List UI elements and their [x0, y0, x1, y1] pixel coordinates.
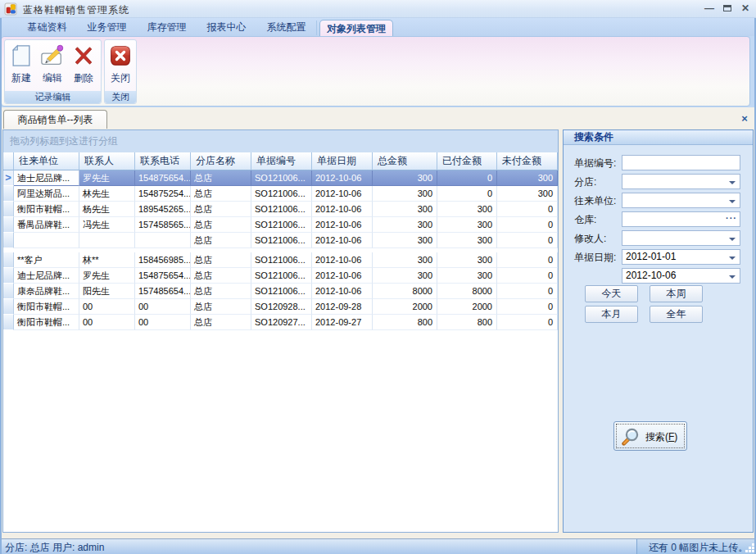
grid-cell[interactable]: 300	[497, 170, 558, 186]
grid-cell[interactable]: 阳先生	[79, 284, 135, 299]
grid-cell[interactable]: 总店	[191, 217, 251, 233]
modifier-combo[interactable]	[622, 230, 740, 246]
date-to-combo[interactable]: 2012-10-06	[622, 268, 740, 284]
grid-cell[interactable]: 林**	[79, 252, 135, 268]
grid-cell[interactable]: 300	[437, 252, 497, 268]
grid-cell[interactable]: 总店	[191, 284, 251, 299]
column-header[interactable]: 已付金额	[437, 152, 497, 170]
row-indicator[interactable]	[3, 186, 14, 202]
chevron-down-icon[interactable]	[729, 181, 736, 184]
maximize-button[interactable]	[719, 1, 736, 16]
grid-cell[interactable]: 总店	[191, 299, 251, 315]
grid-cell[interactable]: 0	[497, 315, 558, 330]
grid-cell[interactable]: 300	[437, 202, 497, 217]
row-indicator[interactable]	[3, 299, 14, 315]
column-header[interactable]: 分店名称	[191, 152, 251, 170]
grid-cell[interactable]: 总店	[191, 252, 251, 268]
grid-cell[interactable]: 157485654...	[135, 284, 191, 299]
grid-cell[interactable]: 800	[373, 315, 437, 330]
grid-cell[interactable]: 0	[437, 186, 497, 202]
row-indicator[interactable]	[3, 233, 14, 248]
ribbon-tab-object-list[interactable]: 对象列表管理	[319, 20, 393, 36]
row-indicator[interactable]	[3, 284, 14, 299]
grid-cell[interactable]: 2012-10-06	[312, 170, 373, 186]
grid-cell[interactable]: 2000	[373, 299, 437, 315]
table-row[interactable]: 衡阳市鞋帽...0000总店SO120928...2012-09-2820002…	[3, 299, 558, 315]
grid-cell[interactable]: 8000	[437, 284, 497, 299]
this-year-button[interactable]: 全年	[650, 306, 703, 323]
row-indicator[interactable]	[3, 315, 14, 330]
grid-cell[interactable]: 0	[497, 217, 558, 233]
grid-cell[interactable]: SO121006...	[251, 170, 312, 186]
grid-cell[interactable]: 康奈品牌鞋...	[14, 284, 79, 299]
grid-cell[interactable]	[14, 233, 79, 248]
grid-cell[interactable]: 00	[79, 315, 135, 330]
grid-cell[interactable]: 总店	[191, 315, 251, 330]
chevron-down-icon[interactable]	[729, 200, 736, 203]
date-from-combo[interactable]: 2012-01-01	[622, 249, 740, 265]
partner-combo[interactable]	[622, 193, 740, 208]
ribbon-tab-config[interactable]: 系统配置	[256, 18, 316, 36]
edit-button[interactable]: 编辑	[37, 41, 68, 92]
grid-cell[interactable]: 2012-09-28	[312, 299, 373, 315]
grid-cell[interactable]: 0	[497, 299, 558, 315]
grid-cell[interactable]: 罗先生	[79, 268, 135, 284]
grid-cell[interactable]: 154875254...	[135, 186, 191, 202]
table-row[interactable]: 总店SO121006...2012-10-063003000	[3, 233, 558, 248]
minimize-button[interactable]: —	[701, 1, 718, 16]
grid-cell[interactable]: 0	[497, 202, 558, 217]
document-close-icon[interactable]: ×	[738, 112, 751, 125]
grid-cell[interactable]: 冯先生	[79, 217, 135, 233]
grid-cell[interactable]	[135, 233, 191, 248]
grid-cell[interactable]: SO121006...	[251, 252, 312, 268]
grid-cell[interactable]: 8000	[373, 284, 437, 299]
grid-cell[interactable]: 300	[437, 268, 497, 284]
grid-cell[interactable]: 2012-10-06	[312, 233, 373, 248]
row-indicator[interactable]: >	[3, 170, 14, 186]
group-by-panel[interactable]: 拖动列标题到这进行分组	[3, 130, 558, 152]
bill-number-input[interactable]	[622, 155, 740, 170]
grid-cell[interactable]: 总店	[191, 186, 251, 202]
table-row[interactable]: 迪士尼品牌...罗先生154875654...总店SO121006...2012…	[3, 268, 558, 284]
grid-cell[interactable]: 衡阳市鞋帽...	[14, 299, 79, 315]
table-row[interactable]: **客户林**158456985...总店SO121006...2012-10-…	[3, 252, 558, 268]
close-button[interactable]: ✕	[737, 1, 754, 16]
row-indicator[interactable]	[3, 252, 14, 268]
grid-cell[interactable]: SO121006...	[251, 217, 312, 233]
grid-cell[interactable]: **客户	[14, 252, 79, 268]
grid-cell[interactable]: 300	[373, 268, 437, 284]
grid-cell[interactable]: SO121006...	[251, 186, 312, 202]
column-header[interactable]: 往来单位	[14, 152, 79, 170]
column-header[interactable]: 未付金额	[497, 152, 558, 170]
grid-cell[interactable]: 罗先生	[79, 170, 135, 186]
row-indicator[interactable]	[3, 202, 14, 217]
grid-cell[interactable]: 800	[437, 315, 497, 330]
grid-cell[interactable]: 2000	[437, 299, 497, 315]
grid-cell[interactable]: 2012-10-06	[312, 202, 373, 217]
select-all-cell[interactable]	[3, 152, 14, 170]
table-row[interactable]: >迪士尼品牌...罗先生154875654...总店SO121006...201…	[3, 170, 558, 186]
grid-cell[interactable]: 154875654...	[135, 268, 191, 284]
grid-cell[interactable]: 300	[373, 217, 437, 233]
grid-cell[interactable]: 189545265...	[135, 202, 191, 217]
grid-cell[interactable]: 总店	[191, 202, 251, 217]
grid-cell[interactable]: 0	[497, 252, 558, 268]
grid-cell[interactable]: 300	[373, 252, 437, 268]
grid-cell[interactable]: 总店	[191, 233, 251, 248]
grid-cell[interactable]: 154875654...	[135, 170, 191, 186]
ribbon-tab-business[interactable]: 业务管理	[77, 18, 137, 36]
column-header[interactable]: 联系电话	[135, 152, 191, 170]
ribbon-tab-basic-data[interactable]: 基础资料	[17, 18, 77, 36]
document-tab-sales-list[interactable]: 商品销售单--列表	[3, 110, 107, 129]
grid-cell[interactable]: 2012-09-27	[312, 315, 373, 330]
grid-cell[interactable]: 0	[497, 233, 558, 248]
search-button[interactable]: 搜索(F)	[613, 421, 687, 451]
column-header[interactable]: 单据日期	[312, 152, 373, 170]
row-indicator[interactable]	[3, 268, 14, 284]
ellipsis-button[interactable]: ···	[726, 213, 737, 223]
chevron-down-icon[interactable]	[729, 238, 736, 241]
grid-cell[interactable]: 300	[373, 186, 437, 202]
grid-cell[interactable]: 300	[373, 202, 437, 217]
table-row[interactable]: 康奈品牌鞋...阳先生157485654...总店SO121006...2012…	[3, 284, 558, 299]
grid-cell[interactable]: SO121006...	[251, 284, 312, 299]
